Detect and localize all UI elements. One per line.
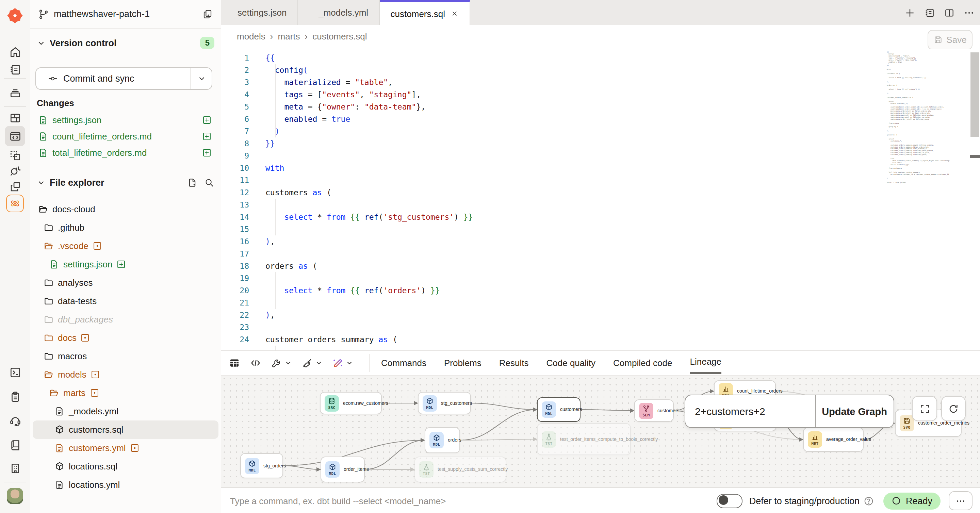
terminal-icon[interactable] — [5, 362, 25, 382]
lineage-node-customers_mdl[interactable]: MDLcustomers — [537, 397, 581, 422]
fullscreen-button[interactable] — [912, 396, 937, 421]
build-button[interactable] — [271, 357, 292, 368]
branch-row[interactable]: matthewshaver-patch-1 — [30, 0, 221, 29]
file-tree-item--models-yml[interactable]: _models.yml — [33, 402, 218, 421]
file-tree-item--vscode[interactable]: .vscode — [33, 237, 218, 255]
lineage-canvas[interactable]: SRCecom.raw_customersMDLstg_customersMDL… — [221, 375, 980, 489]
clipboard-icon[interactable] — [5, 386, 25, 407]
code-line-15[interactable]: 15 — [221, 223, 980, 235]
panel-tab-code-quality[interactable]: Code quality — [546, 351, 596, 374]
lineage-node-customers_sem[interactable]: SEMcustomers — [634, 399, 674, 422]
version-control-header[interactable]: Version control 5 — [37, 37, 215, 49]
code-line-18[interactable]: 18orders as ( — [221, 260, 980, 272]
file-tree-item-macros[interactable]: macros — [33, 347, 218, 365]
status-badge[interactable]: Ready — [883, 492, 940, 509]
file-tree-item--github[interactable]: .github — [33, 218, 218, 237]
file-tree-item-analyses[interactable]: analyses — [33, 273, 218, 292]
command-input[interactable] — [229, 495, 717, 507]
scrollbar-thumb[interactable] — [970, 52, 979, 137]
stage-file-button[interactable] — [117, 260, 126, 269]
stage-file-button[interactable] — [202, 115, 212, 124]
copilot-fix-button[interactable] — [332, 357, 353, 368]
file-tree-item-locations-sql[interactable]: locations.sql — [33, 457, 218, 476]
changed-file-row[interactable]: count_lifetime_orders.md — [30, 128, 221, 144]
docs-book-icon[interactable] — [5, 435, 25, 455]
lineage-node-test_supply[interactable]: TSTtest_supply_costs_sum_correctly — [414, 457, 506, 482]
notebook-icon[interactable] — [5, 59, 25, 79]
preview-table-icon[interactable] — [229, 357, 240, 368]
split-editor-icon[interactable] — [944, 7, 955, 18]
save-button[interactable]: Save — [928, 30, 972, 50]
update-graph-button[interactable]: Update Graph — [815, 395, 893, 427]
more-options-icon[interactable] — [964, 7, 975, 18]
lineage-node-stg_orders[interactable]: MDLstg_orders — [240, 453, 283, 478]
dbt-copilot-icon[interactable] — [5, 193, 25, 214]
breadcrumb-segment[interactable]: models — [237, 31, 266, 41]
tab-settings-json[interactable]: settings.json — [227, 0, 298, 25]
file-tree-item-models[interactable]: models — [33, 365, 218, 384]
code-line-8[interactable]: 8}} — [221, 137, 980, 150]
code-line-19[interactable]: 19 — [221, 272, 980, 284]
panel-tab-results[interactable]: Results — [499, 351, 529, 374]
panel-tab-lineage[interactable]: Lineage — [690, 351, 722, 374]
changed-file-row[interactable]: total_lifetime_orders.md — [30, 144, 221, 160]
file-tree-item-data-tests[interactable]: data-tests — [33, 292, 218, 310]
tab--models-yml[interactable]: _models.yml — [308, 0, 380, 25]
code-line-24[interactable]: 24customer_orders_summary as ( — [221, 334, 980, 346]
refresh-graph-button[interactable] — [941, 396, 966, 421]
tab-customers-sql[interactable]: customers.sql — [380, 0, 470, 25]
support-headset-icon[interactable] — [5, 410, 25, 431]
open-editors-icon[interactable] — [924, 7, 935, 18]
minimap[interactable]: {{ config( materialized = "table", tags … — [887, 52, 950, 184]
code-line-13[interactable]: 13 — [221, 199, 980, 211]
lineage-node-order_items[interactable]: MDLorder_items — [321, 457, 365, 482]
code-line-22[interactable]: 22), — [221, 309, 980, 321]
lineage-selector-input[interactable] — [685, 395, 815, 427]
file-tree-item-customers-sql[interactable]: customers.sql — [33, 421, 218, 439]
more-actions-button[interactable] — [949, 491, 972, 510]
breadcrumb-segment[interactable]: customers.sql — [312, 31, 367, 41]
lineage-node-stg_customers[interactable]: MDLstg_customers — [418, 392, 471, 415]
close-icon[interactable] — [450, 10, 459, 18]
format-button[interactable] — [301, 357, 323, 368]
lineage-node-orders[interactable]: MDLorders — [425, 427, 460, 453]
panel-tab-problems[interactable]: Problems — [444, 351, 482, 374]
code-line-2[interactable]: 2 config( — [221, 64, 980, 76]
code-line-17[interactable]: 17 — [221, 248, 980, 260]
dashboard-icon[interactable] — [5, 108, 25, 128]
help-icon[interactable] — [864, 496, 874, 506]
editor-scrollbar[interactable] — [970, 49, 980, 350]
code-line-20[interactable]: 20 select * from {{ ref('orders') }} — [221, 284, 980, 297]
code-line-10[interactable]: 10with — [221, 162, 980, 174]
file-tree-item-dbt-packages[interactable]: dbt_packages — [33, 310, 218, 329]
code-line-23[interactable]: 23 — [221, 321, 980, 334]
code-line-5[interactable]: 5 meta = {"owner": "data-team"}, — [221, 101, 980, 113]
file-explorer-header[interactable]: File explorer — [37, 178, 215, 188]
home-icon[interactable] — [5, 41, 25, 62]
compile-code-icon[interactable] — [250, 357, 261, 368]
commit-and-sync-button[interactable]: Commit and sync — [35, 67, 212, 90]
file-tree-item-marts[interactable]: marts — [33, 384, 218, 402]
code-line-12[interactable]: 12customers as ( — [221, 186, 980, 199]
code-line-11[interactable]: 11 — [221, 174, 980, 186]
file-tree-item-docs[interactable]: docs — [33, 329, 218, 347]
changed-file-row[interactable]: settings.json — [30, 111, 221, 128]
code-line-4[interactable]: 4 tags = ["events", "staging"], — [221, 89, 980, 101]
file-tree-item-locations-yml[interactable]: locations.yml — [33, 476, 218, 494]
file-tree-item-customers-yml[interactable]: customers.yml — [33, 439, 218, 457]
code-line-3[interactable]: 3 materialized = "table", — [221, 76, 980, 89]
new-file-icon[interactable] — [187, 178, 197, 188]
code-line-1[interactable]: 1{{ — [221, 52, 980, 64]
stage-file-button[interactable] — [202, 131, 212, 141]
breadcrumb[interactable]: models›marts›customers.sql — [237, 31, 367, 41]
panel-tab-compiled-code[interactable]: Compiled code — [613, 351, 672, 374]
file-tree-item-settings-json[interactable]: settings.json — [33, 255, 218, 273]
lineage-node-test_order_items[interactable]: TSTtest_order_items_compute_to_bools_cor… — [537, 423, 631, 455]
code-line-7[interactable]: 7 ) — [221, 125, 980, 137]
copy-icon[interactable] — [202, 8, 213, 19]
code-editor-icon[interactable] — [5, 126, 25, 146]
code-line-9[interactable]: 9 — [221, 150, 980, 162]
commit-options-caret[interactable] — [191, 68, 212, 89]
organization-icon[interactable] — [5, 458, 25, 478]
code-line-6[interactable]: 6 enabled = true — [221, 113, 980, 125]
